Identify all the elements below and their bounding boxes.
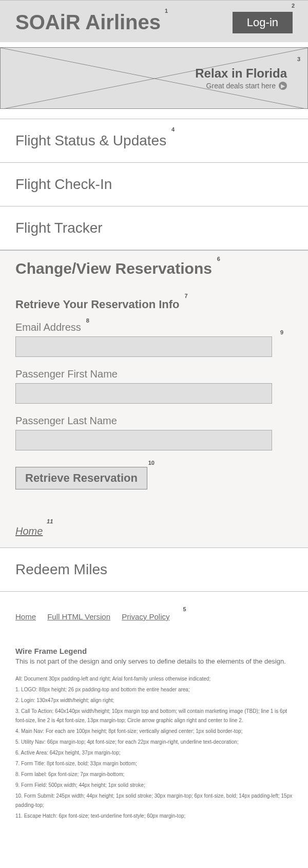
legend-item: 10. Form Submit: 245px width; 44px heigh… <box>15 791 293 810</box>
form-title: Retrieve Your Reservation Info <box>15 298 180 311</box>
util-home-link[interactable]: Home <box>15 612 36 621</box>
nav-flight-status[interactable]: Flight Status & Updates <box>0 119 308 163</box>
logo: SOAiR Airlines <box>15 11 161 34</box>
legend-item: 2. Login: 130x47px width/height; align r… <box>15 696 293 705</box>
cta-subtitle: Great deals start here ▶ <box>195 82 287 90</box>
legend-item: 5. Utility Nav: 66px margin-top; 4pt fon… <box>15 738 293 747</box>
first-name-field[interactable] <box>15 383 272 404</box>
util-full-html-link[interactable]: Full HTML Version <box>47 612 110 621</box>
nav-redeem-miles[interactable]: Redeem Miles <box>0 548 308 592</box>
wireframe-legend: Wire Frame Legend This is not part of th… <box>0 621 308 843</box>
legend-item: 1. LOGO: 88px height; 26 px padding-top … <box>15 685 293 694</box>
arrow-right-icon: ▶ <box>279 82 287 90</box>
nav-flight-checkin[interactable]: Flight Check-In <box>0 162 308 206</box>
legend-item: All: Document 30px padding-left and righ… <box>15 674 293 684</box>
util-privacy-link[interactable]: Privacy Policy <box>122 612 169 621</box>
header: SOAiR Airlines Log-in <box>0 0 308 42</box>
login-button[interactable]: Log-in <box>233 12 293 33</box>
nav-flight-tracker[interactable]: Flight Tracker <box>0 206 308 250</box>
legend-item: 3. Call To Action: 640x140px width/heigh… <box>15 707 293 725</box>
legend-item: 4. Main Nav: For each are 100px height; … <box>15 727 293 736</box>
legend-item: 11. Escape Hatch: 6px font-size; text-un… <box>15 812 293 821</box>
legend-item: 6. Active Area: 642px height, 37px margi… <box>15 748 293 758</box>
first-name-label: Passenger First Name <box>15 368 118 380</box>
cta-banner[interactable]: Relax in Florida Great deals start here … <box>0 47 308 109</box>
cta-title: Relax in Florida <box>195 66 287 81</box>
active-heading: Change/View Reservations <box>15 260 212 277</box>
retrieve-reservation-button[interactable]: Retrieve Reservation <box>15 467 147 489</box>
active-area: Change/View Reservations Retrieve Your R… <box>0 250 308 548</box>
last-name-label: Passenger Last Name <box>15 415 117 427</box>
legend-subtitle: This is not part of the design and only … <box>15 657 293 665</box>
last-name-field[interactable] <box>15 430 272 450</box>
utility-nav: Home Full HTML Version Privacy Policy <box>0 592 308 621</box>
legend-item: 8. Form label: 6px font-size; 7px margin… <box>15 770 293 779</box>
legend-item: 9. Form Field: 500px width; 44px height;… <box>15 781 293 790</box>
legend-title: Wire Frame Legend <box>15 647 293 655</box>
escape-home-link[interactable]: Home <box>15 525 43 537</box>
legend-item: 7. Form Title: 8pt font-size, bold; 33px… <box>15 759 293 768</box>
email-field[interactable] <box>15 336 272 357</box>
email-label: Email Address <box>15 322 81 333</box>
